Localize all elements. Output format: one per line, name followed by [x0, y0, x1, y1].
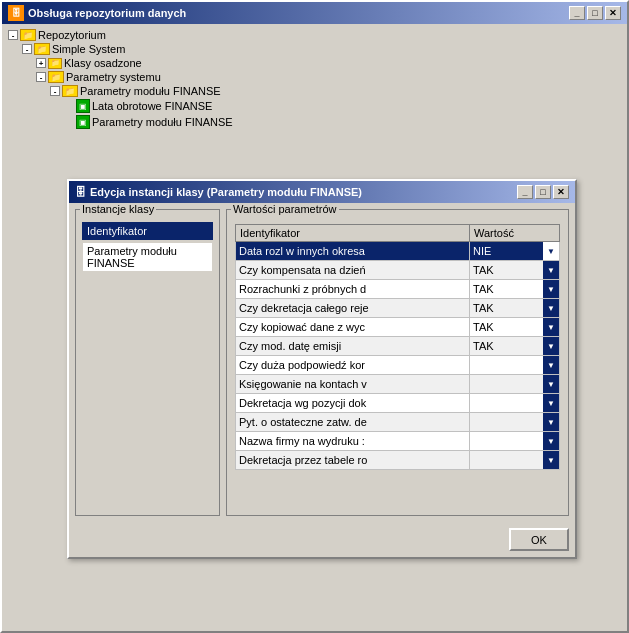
tree-label-simple-system: Simple System [52, 43, 125, 55]
tree-expander-simple-system[interactable]: - [22, 44, 32, 54]
tree-item-simple-system[interactable]: - 📁 Simple System [6, 42, 623, 56]
table-row[interactable]: Czy mod. datę emisjiTAK▼ [236, 337, 560, 356]
param-value: TAK [470, 321, 543, 333]
cell-wartosc: ▼ [470, 375, 560, 394]
table-row[interactable]: Rozrachunki z próbnych dTAK▼ [236, 280, 560, 299]
cell-identyfikator: Pyt. o ostateczne zatw. de [236, 413, 470, 432]
params-table-container: Identyfikator Wartość Data rozl w innych… [235, 224, 560, 507]
tree-label-parametry-finanse2: Parametry modułu FINANSE [92, 116, 233, 128]
param-value: TAK [470, 283, 543, 295]
cell-wartosc: TAK▼ [470, 280, 560, 299]
param-value: TAK [470, 264, 543, 276]
cell-wartosc: ▼ [470, 394, 560, 413]
cell-identyfikator: Księgowanie na kontach v [236, 375, 470, 394]
title-bar-controls: _ □ ✕ [569, 6, 621, 20]
cell-identyfikator: Czy mod. datę emisji [236, 337, 470, 356]
folder-icon-repozytorium: 📁 [20, 29, 36, 41]
main-title-icon: 🗄 [8, 5, 24, 21]
dropdown-arrow-button[interactable]: ▼ [543, 318, 559, 336]
cell-identyfikator: Czy dekretacja całego reje [236, 299, 470, 318]
table-row[interactable]: Pyt. o ostateczne zatw. de▼ [236, 413, 560, 432]
tree-label-parametry-systemu: Parametry systemu [66, 71, 161, 83]
tree-label-repozytorium: Repozytorium [38, 29, 106, 41]
green-icon-parametry-finanse2: ▣ [76, 115, 90, 129]
dropdown-arrow-button[interactable]: ▼ [543, 394, 559, 412]
cell-wartosc: ▼ [470, 356, 560, 375]
dialog-title-icon: 🗄 [75, 186, 86, 198]
tree-expander-klasy-osadzone[interactable]: + [36, 58, 46, 68]
cell-identyfikator: Dekretacja wg pozycji dok [236, 394, 470, 413]
tree-expander-repozytorium[interactable]: - [8, 30, 18, 40]
cell-wartosc: TAK▼ [470, 337, 560, 356]
table-row[interactable]: Data rozl w innych okresaNIE▼ [236, 242, 560, 261]
folder-icon-klasy-osadzone: 📁 [48, 58, 62, 69]
dropdown-arrow-button[interactable]: ▼ [543, 413, 559, 431]
dropdown-arrow-button[interactable]: ▼ [543, 337, 559, 355]
dialog-title-text: Edycja instancji klasy (Parametry modułu… [90, 186, 362, 198]
tree-item-lata-obrotowe[interactable]: ▣ Lata obrotowe FINANSE [6, 98, 623, 114]
dropdown-arrow-button[interactable]: ▼ [543, 261, 559, 279]
table-row[interactable]: Dekretacja wg pozycji dok▼ [236, 394, 560, 413]
table-row[interactable]: Czy kopiować dane z wycTAK▼ [236, 318, 560, 337]
table-row[interactable]: Nazwa firmy na wydruku :▼ [236, 432, 560, 451]
dropdown-arrow-button[interactable]: ▼ [543, 299, 559, 317]
tree-item-parametry-finanse[interactable]: - 📁 Parametry modułu FINANSE [6, 84, 623, 98]
main-wrapper: - 📁 Repozytorium - 📁 Simple System + 📁 K… [2, 24, 627, 631]
dialog-maximize-button[interactable]: □ [535, 185, 551, 199]
dropdown-arrow-button[interactable]: ▼ [543, 451, 559, 469]
tree-item-klasy-osadzone[interactable]: + 📁 Klasy osadzone [6, 56, 623, 70]
params-table: Identyfikator Wartość Data rozl w innych… [235, 224, 560, 470]
col-header-identyfikator: Identyfikator [236, 225, 470, 242]
cell-wartosc: NIE▼ [470, 242, 560, 261]
dropdown-arrow-button[interactable]: ▼ [543, 280, 559, 298]
folder-icon-parametry-systemu: 📁 [48, 71, 64, 83]
dropdown-arrow-button[interactable]: ▼ [543, 242, 559, 260]
dialog-footer: OK [69, 522, 575, 557]
tree-expander-parametry-systemu[interactable]: - [36, 72, 46, 82]
cell-identyfikator: Czy kopiować dane z wyc [236, 318, 470, 337]
ok-button[interactable]: OK [509, 528, 569, 551]
dropdown-arrow-button[interactable]: ▼ [543, 356, 559, 374]
green-icon-lata-obrotowe: ▣ [76, 99, 90, 113]
cell-identyfikator: Data rozl w innych okresa [236, 242, 470, 261]
dialog-close-button[interactable]: ✕ [553, 185, 569, 199]
table-row[interactable]: Czy dekretacja całego rejeTAK▼ [236, 299, 560, 318]
title-bar: 🗄 Obsługa repozytorium danych _ □ ✕ [2, 2, 627, 24]
tree-label-klasy-osadzone: Klasy osadzone [64, 57, 142, 69]
tree-expander-parametry-finanse[interactable]: - [50, 86, 60, 96]
param-value: TAK [470, 340, 543, 352]
tree-item-parametry-systemu[interactable]: - 📁 Parametry systemu [6, 70, 623, 84]
param-value: NIE [470, 245, 543, 257]
dropdown-arrow-button[interactable]: ▼ [543, 375, 559, 393]
minimize-button[interactable]: _ [569, 6, 585, 20]
main-title-text: Obsługa repozytorium danych [28, 7, 186, 19]
cell-wartosc: TAK▼ [470, 299, 560, 318]
close-button[interactable]: ✕ [605, 6, 621, 20]
cell-wartosc: TAK▼ [470, 318, 560, 337]
dialog-title-controls: _ □ ✕ [517, 185, 569, 199]
cell-wartosc: ▼ [470, 413, 560, 432]
instances-panel: Instancje klasy Identyfikator Parametry … [75, 209, 220, 516]
dialog-minimize-button[interactable]: _ [517, 185, 533, 199]
main-content: - 📁 Repozytorium - 📁 Simple System + 📁 K… [2, 24, 627, 631]
table-row[interactable]: Czy duża podpowiedź kor▼ [236, 356, 560, 375]
dropdown-arrow-button[interactable]: ▼ [543, 432, 559, 450]
cell-identyfikator: Dekretacja przez tabele ro [236, 451, 470, 470]
tree-label-lata-obrotowe: Lata obrotowe FINANSE [92, 100, 212, 112]
instance-item-identyfikator[interactable]: Identyfikator [82, 222, 213, 240]
instance-item-parametry[interactable]: Parametry modułu FINANSE [82, 242, 213, 272]
table-row[interactable]: Dekretacja przez tabele ro▼ [236, 451, 560, 470]
dialog-body: Instancje klasy Identyfikator Parametry … [69, 203, 575, 522]
main-window: 🗄 Obsługa repozytorium danych _ □ ✕ - 📁 … [0, 0, 629, 633]
cell-identyfikator: Rozrachunki z próbnych d [236, 280, 470, 299]
table-row[interactable]: Czy kompensata na dzieńTAK▼ [236, 261, 560, 280]
tree-item-repozytorium[interactable]: - 📁 Repozytorium [6, 28, 623, 42]
maximize-button[interactable]: □ [587, 6, 603, 20]
table-row[interactable]: Księgowanie na kontach v▼ [236, 375, 560, 394]
dialog-title-bar: 🗄 Edycja instancji klasy (Parametry modu… [69, 181, 575, 203]
col-header-wartosc: Wartość [470, 225, 560, 242]
folder-icon-simple-system: 📁 [34, 43, 50, 55]
cell-wartosc: ▼ [470, 451, 560, 470]
tree-label-parametry-finanse: Parametry modułu FINANSE [80, 85, 221, 97]
tree-item-parametry-finanse2[interactable]: ▣ Parametry modułu FINANSE [6, 114, 623, 130]
